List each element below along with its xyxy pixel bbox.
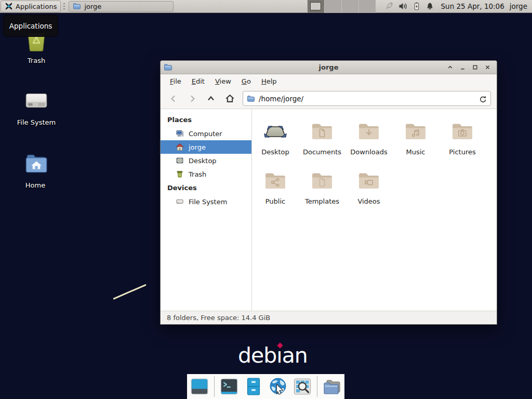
applications-label: Applications [16,3,57,10]
back-button[interactable] [165,91,182,106]
sidebar-header-places: Places [161,113,251,127]
up-button[interactable] [202,91,220,106]
sidebar-item-jorge[interactable]: jorge [161,140,251,154]
folder-item-downloads[interactable]: Downloads [345,114,392,163]
dock-folder-icon[interactable] [322,377,342,396]
sidebar-item-computer[interactable]: Computer [161,127,251,140]
home-icon [176,143,184,151]
home-folder-icon [22,151,48,177]
drive-icon [176,197,184,206]
folder-label: Music [406,148,425,156]
hard-drive-icon [23,88,49,114]
videos-folder-icon [356,168,381,194]
panel-handle[interactable] [62,3,66,10]
path-folder-icon [247,95,255,103]
templates-folder-icon [310,168,335,194]
folder-item-videos[interactable]: Videos [345,163,392,212]
menu-edit[interactable]: Edit [187,75,210,87]
sidebar-item-label: Trash [189,170,206,178]
applications-menu-button[interactable]: Applications [1,1,61,12]
file-manager-window: jorge File Edit View Go Help [160,60,497,325]
statusbar-text: 8 folders, Free space: 14.4 GiB [167,314,270,322]
path-bar[interactable]: /home/jorge/ [243,91,491,106]
menu-help[interactable]: Help [256,75,282,87]
window-titlebar[interactable]: jorge [161,61,497,74]
workspace-4[interactable] [358,0,376,13]
debian-logo: debıan [238,343,308,368]
power-plug-icon[interactable] [383,1,394,12]
desktop-icon-label: Home [25,181,45,189]
sidebar-item-trash[interactable]: Trash [161,167,251,181]
folder-label: Documents [303,148,341,156]
menu-go[interactable]: Go [236,75,256,87]
desktop-icon-label: Trash [28,57,45,64]
desktop-icon-home[interactable]: Home [8,151,62,189]
folder-grid: Desktop Documents [252,109,497,212]
sidebar-item-label: File System [189,198,227,206]
sidebar-item-label: jorge [189,143,206,151]
panel-clock[interactable]: Sun 25 Apr, 10:06 [437,2,510,10]
home-button[interactable] [221,91,238,106]
workspace-1[interactable] [307,0,324,13]
notifications-bell-icon[interactable] [425,1,435,11]
pictures-folder-icon [450,118,475,144]
folder-item-documents[interactable]: Documents [299,114,345,163]
sidebar-item-desktop[interactable]: Desktop [161,154,251,167]
tooltip-text: Applications [9,22,52,30]
reload-icon[interactable] [478,95,487,103]
folder-item-desktop[interactable]: Desktop [252,114,299,163]
top-panel: Applications jorge [0,0,532,13]
sidebar: Places Computer [161,109,252,311]
file-pane[interactable]: Desktop Documents [252,109,497,311]
volume-icon[interactable] [398,1,408,11]
shade-button[interactable] [445,62,456,73]
folder-label: Templates [305,197,339,205]
folder-item-pictures[interactable]: Pictures [439,114,486,163]
folder-label: Videos [357,197,380,205]
close-button[interactable] [482,62,493,73]
desktop-special-icon [263,118,288,144]
applications-tooltip: Applications [3,15,58,37]
minimize-button[interactable] [457,62,468,73]
toolbar: /home/jorge/ [161,88,497,109]
taskbar-window-label: jorge [84,3,101,10]
desktop-icon-file-system[interactable]: File System [9,88,63,126]
applications-icon [5,2,13,10]
desktop[interactable]: Applications jorge [0,0,532,399]
statusbar: 8 folders, Free space: 14.4 GiB [161,311,497,324]
taskbar-window-button[interactable]: jorge [69,1,174,12]
battery-charging-icon[interactable] [412,1,421,11]
path-input[interactable]: /home/jorge/ [259,95,475,103]
maximize-button[interactable] [470,62,481,73]
folder-item-public[interactable]: Public [252,163,299,212]
workspace-2[interactable] [324,0,341,13]
terminal-icon[interactable] [219,377,239,396]
menubar: File Edit View Go Help [161,74,497,88]
desktop-icon [176,156,184,165]
stray-line [113,284,146,300]
sidebar-item-file-system[interactable]: File System [161,195,251,208]
folder-label: Pictures [449,148,475,156]
forward-button[interactable] [183,91,201,106]
folder-item-templates[interactable]: Templates [299,163,345,212]
workspace-3[interactable] [341,0,358,13]
menu-view[interactable]: View [210,75,236,87]
system-tray [383,1,435,12]
folder-item-music[interactable]: Music [392,114,439,163]
documents-folder-icon [310,118,335,144]
folder-label: Public [265,197,285,205]
trash-icon [176,170,184,178]
file-cabinet-icon[interactable] [244,377,263,396]
sidebar-item-label: Desktop [189,157,217,165]
menu-file[interactable]: File [165,75,187,87]
workspace-switcher [307,0,376,13]
show-desktop-icon[interactable] [190,377,209,396]
public-folder-icon [263,168,288,194]
music-folder-icon [403,118,428,144]
application-finder-icon[interactable] [292,377,312,396]
web-browser-icon[interactable] [268,377,288,396]
folder-label: Downloads [350,148,387,156]
dock-separator [317,376,317,397]
computer-icon [176,129,184,138]
panel-username[interactable]: jorge [510,2,532,10]
